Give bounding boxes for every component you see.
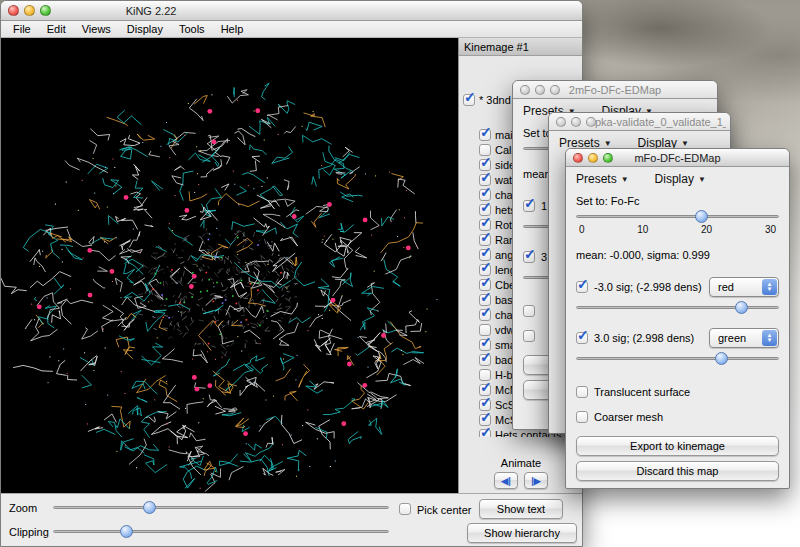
sigma-2-checkbox[interactable] — [523, 251, 535, 263]
slider-thumb[interactable] — [695, 210, 708, 223]
negative-sigma-checkbox[interactable] — [576, 281, 588, 293]
slider-thumb[interactable] — [120, 525, 133, 538]
dropdown-arrows-icon — [762, 279, 777, 295]
translucent-checkbox[interactable] — [576, 386, 588, 398]
positive-color-dropdown[interactable]: green — [709, 328, 779, 348]
checkbox[interactable] — [479, 354, 491, 366]
screen: KiNG 2.22 File Edit Views Display Tools … — [0, 0, 800, 547]
checkbox[interactable] — [479, 309, 491, 321]
positive-sigma-checkbox[interactable] — [576, 332, 588, 344]
negative-color-value: red — [718, 281, 734, 293]
menu-tools[interactable]: Tools — [171, 23, 213, 35]
maximize-button[interactable] — [603, 153, 613, 163]
slider-track — [576, 306, 779, 309]
edmap-mfo-body: Presets Display Set to: Fo-Fc 0 10 20 30… — [566, 167, 789, 489]
tick-label: 30 — [765, 224, 776, 237]
display-menu-label: Display — [655, 172, 694, 186]
menu-edit[interactable]: Edit — [39, 23, 74, 35]
tick-label: 20 — [701, 224, 712, 237]
pick-center-checkbox[interactable] — [399, 503, 411, 515]
king-titlebar[interactable]: KiNG 2.22 — [1, 1, 582, 21]
discard-this-map-button[interactable]: Discard this map — [576, 461, 779, 481]
sigma-2-label: 3 — [541, 251, 547, 263]
positive-sigma-row: 3.0 sig; (2.998 dens) green — [576, 327, 779, 349]
translucent-row: Translucent surface — [576, 384, 779, 399]
edmap-2mfo-titlebar[interactable]: 2mFo-DFc-EDMap — [513, 81, 717, 99]
export-to-kinemage-button[interactable]: Export to kinemage — [576, 436, 779, 456]
king-window: KiNG 2.22 File Edit Views Display Tools … — [0, 0, 583, 547]
sigma-1-checkbox[interactable] — [523, 200, 535, 212]
window-controls — [556, 117, 596, 127]
translucent-checkbox[interactable] — [523, 305, 535, 317]
maximize-button[interactable] — [586, 117, 596, 127]
pick-center-label: Pick center — [417, 504, 471, 516]
window-controls — [520, 85, 560, 95]
negative-sigma-row: -3.0 sig; (-2.998 dens) red — [576, 276, 779, 298]
window-title: pka-validate_0_validate_1_ma... — [595, 116, 726, 128]
negative-color-dropdown[interactable]: red — [709, 277, 779, 297]
menu-display[interactable]: Display — [119, 23, 171, 35]
pka-validate-titlebar[interactable]: pka-validate_0_validate_1_ma... — [549, 113, 730, 131]
molecule-viewport[interactable] — [1, 38, 458, 493]
menubar: File Edit Views Display Tools Help — [1, 21, 582, 38]
negative-sigma-label: -3.0 sig; (-2.998 dens) — [594, 281, 702, 293]
clipping-label: Clipping — [9, 526, 49, 538]
clipping-slider[interactable] — [53, 524, 389, 539]
presets-menu-label: Presets — [576, 172, 617, 186]
display-menu[interactable]: Display — [655, 172, 706, 186]
bottom-controls: Zoom Pick center Show text Clipping Show… — [1, 493, 583, 547]
dropdown-arrows-icon — [762, 330, 777, 346]
map-stats: mean: -0.000, sigma: 0.999 — [576, 249, 779, 264]
slider-track — [53, 530, 389, 533]
maximize-button[interactable] — [550, 85, 560, 95]
translucent-label: Translucent surface — [594, 386, 690, 398]
negative-sigma-slider[interactable] — [576, 300, 779, 315]
menu-views[interactable]: Views — [74, 23, 119, 35]
kinemage-panel-header: Kinemage #1 — [459, 38, 583, 56]
slider-thumb[interactable] — [143, 501, 156, 514]
animate-next-button[interactable]: |▶ — [524, 472, 548, 489]
close-button[interactable] — [573, 153, 583, 163]
maximize-button[interactable] — [40, 5, 51, 16]
positive-sigma-slider[interactable] — [576, 351, 779, 366]
sigma-1-label: 1 — [541, 200, 547, 212]
menu-file[interactable]: File — [5, 23, 39, 35]
slider-track — [576, 357, 779, 360]
level-slider-ticks: 0 10 20 30 — [576, 224, 779, 237]
edmap-mfo-window: mFo-DFc-EDMap Presets Display Set to: Fo… — [565, 148, 790, 489]
coarser-label: Coarser mesh — [594, 411, 663, 423]
close-button[interactable] — [520, 85, 530, 95]
animate-prev-button[interactable]: ◀| — [494, 472, 518, 489]
coarser-row: Coarser mesh — [576, 409, 779, 424]
coarser-checkbox[interactable] — [576, 411, 588, 423]
minimize-button[interactable] — [588, 153, 598, 163]
kinemage-item-label: * 3dnd — [479, 94, 511, 106]
level-slider[interactable] — [576, 209, 779, 224]
close-button[interactable] — [556, 117, 566, 127]
slider-thumb[interactable] — [735, 301, 748, 314]
minimize-button[interactable] — [24, 5, 35, 16]
coarser-checkbox[interactable] — [523, 330, 535, 342]
window-controls — [573, 153, 613, 163]
slider-thumb[interactable] — [715, 352, 728, 365]
close-button[interactable] — [8, 5, 19, 16]
slider-track — [53, 506, 389, 509]
minimize-button[interactable] — [535, 85, 545, 95]
positive-sigma-label: 3.0 sig; (2.998 dens) — [594, 332, 694, 344]
checkbox[interactable] — [479, 129, 491, 141]
minimize-button[interactable] — [571, 117, 581, 127]
edmap-mfo-titlebar[interactable]: mFo-DFc-EDMap — [566, 149, 789, 167]
show-text-button[interactable]: Show text — [479, 499, 563, 519]
slider-track — [576, 215, 779, 218]
show-hierarchy-button[interactable]: Show hierarchy — [467, 523, 577, 543]
menu-help[interactable]: Help — [213, 23, 252, 35]
window-controls — [8, 5, 51, 16]
window-title: KiNG 2.22 — [91, 5, 211, 17]
presets-menu[interactable]: Presets — [576, 172, 629, 186]
set-to-label: Set to: Fo-Fc — [576, 191, 779, 207]
zoom-slider[interactable] — [53, 500, 389, 515]
checkbox[interactable] — [479, 429, 491, 438]
tick-label: 10 — [637, 224, 648, 237]
dialog-menubar: Presets Display — [576, 169, 779, 189]
checkbox[interactable] — [463, 94, 475, 106]
